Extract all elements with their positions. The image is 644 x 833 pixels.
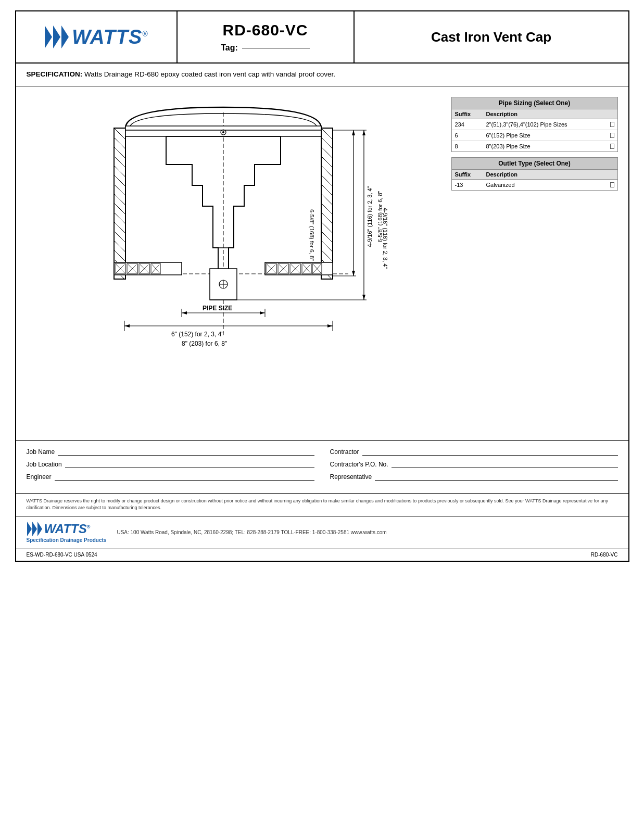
watts-logo: WATTS®	[44, 26, 148, 48]
chevron-1-icon	[45, 26, 52, 48]
disclaimer-section: WATTS Drainage reserves the right to mod…	[16, 493, 628, 516]
main-content: 4-9/16" (116) for 2, 3, 4" 6-5/8" (168) …	[16, 86, 628, 440]
suffix-13: -13	[452, 181, 483, 189]
svg-line-31	[321, 194, 333, 205]
outlet-type-header: Outlet Type (Select One)	[452, 158, 617, 170]
outlet-col-desc: Description	[483, 170, 607, 179]
checkbox-icon[interactable]	[610, 144, 614, 149]
footer: WATTS® Specification Drainage Products U…	[16, 516, 628, 548]
tag-line: Tag:	[221, 43, 310, 53]
watts-logo-mark: WATTS®	[44, 26, 148, 48]
header-title-section: Cast Iron Vent Cap	[355, 11, 628, 62]
diagram-area: 4-9/16" (116) for 2, 3, 4" 6-5/8" (168) …	[27, 97, 441, 430]
form-row-2: Job Location Contractor's P.O. No.	[27, 461, 618, 468]
form-section: Job Name Contractor Job Location Contrac…	[16, 440, 628, 493]
svg-line-17	[114, 231, 125, 243]
chevron-2-icon	[53, 26, 60, 48]
col-suffix-label: Suffix	[452, 109, 483, 119]
svg-line-9	[114, 156, 125, 168]
footer-address: USA: 100 Watts Road, Spindale, NC, 28160…	[117, 529, 617, 535]
svg-line-14	[114, 203, 125, 214]
svg-line-32	[321, 203, 333, 214]
svg-line-35	[321, 231, 333, 243]
svg-line-13	[114, 194, 125, 205]
svg-line-36	[321, 241, 333, 252]
job-location-label: Job Location	[27, 461, 62, 468]
job-name-label: Job Name	[27, 448, 55, 456]
contractor-label: Contractor	[330, 448, 359, 456]
table-row: -13 Galvanized	[452, 180, 617, 190]
desc-8: 8"(203) Pipe Size	[483, 142, 607, 150]
svg-marker-92	[362, 295, 365, 300]
table-row: 234 2"(51),3"(76),4"(102) Pipe Sizes	[452, 119, 617, 130]
spec-label: SPECIFICATION:	[27, 70, 83, 78]
svg-line-30	[321, 184, 333, 196]
suffix-6: 6	[452, 131, 483, 140]
footer-tagline: Specification Drainage Products	[27, 537, 107, 543]
svg-line-19	[114, 250, 125, 261]
footer-watts-brand: WATTS®	[44, 522, 91, 536]
po-field: Contractor's P.O. No.	[330, 461, 618, 468]
footer-chevron-3-icon	[37, 522, 42, 536]
table-row: 8 8"(203) Pipe Size	[452, 141, 617, 152]
svg-marker-95	[352, 130, 355, 135]
checkbox-icon[interactable]	[610, 122, 614, 127]
svg-marker-96	[352, 271, 355, 276]
header: WATTS® RD-680-VC Tag: Cast Iron Vent Cap	[16, 11, 628, 64]
registered-icon: ®	[142, 30, 148, 38]
logo-section: WATTS®	[16, 11, 178, 62]
pipe-sizing-header: Pipe Sizing (Select One)	[452, 97, 617, 109]
page-container: WATTS® RD-680-VC Tag: Cast Iron Vent Cap…	[15, 10, 629, 562]
footer-chevron-1-icon	[27, 522, 32, 536]
contractor-underline	[362, 448, 618, 456]
svg-point-87	[222, 131, 224, 133]
svg-text:6" (152) for 2, 3, 4": 6" (152) for 2, 3, 4"	[171, 331, 224, 338]
svg-line-16	[114, 222, 125, 233]
svg-marker-106	[124, 324, 130, 327]
job-name-field: Job Name	[27, 448, 314, 456]
chevron-3-icon	[61, 26, 69, 48]
checkbox-icon[interactable]	[610, 133, 614, 138]
svg-line-10	[114, 166, 125, 177]
engineer-underline	[55, 473, 314, 481]
svg-line-27	[321, 156, 333, 168]
form-row-1: Job Name Contractor	[27, 448, 618, 456]
footer-registered-icon: ®	[87, 524, 91, 529]
col-description-label: Description	[483, 109, 607, 119]
svg-line-18	[114, 241, 125, 252]
outlet-col-suffix: Suffix	[452, 170, 483, 179]
desc-galvanized: Galvanized	[483, 181, 607, 189]
svg-line-8	[114, 147, 125, 158]
pipe-sizing-table: Pipe Sizing (Select One) Suffix Descript…	[451, 97, 618, 152]
svg-line-34	[321, 222, 333, 233]
check-galvanized[interactable]	[607, 181, 617, 189]
part-number-left: ES-WD-RD-680-VC USA 0524	[27, 552, 97, 558]
svg-line-29	[321, 175, 333, 186]
spec-line: SPECIFICATION: Watts Drainage RD-680 epo…	[16, 64, 628, 86]
outlet-col-select	[607, 170, 617, 179]
svg-text:PIPE SIZE: PIPE SIZE	[203, 305, 232, 312]
col-select-label	[607, 109, 617, 119]
watts-brand-text: WATTS®	[72, 26, 148, 48]
desc-6: 6"(152) Pipe Size	[483, 131, 607, 140]
svg-marker-100	[182, 311, 187, 314]
check-6[interactable]	[607, 131, 617, 140]
footer-watts-mark: WATTS®	[27, 522, 91, 536]
engineer-label: Engineer	[27, 473, 52, 481]
check-8[interactable]	[607, 142, 617, 150]
contractor-field: Contractor	[330, 448, 618, 456]
technical-drawing: 4-9/16" (116) for 2, 3, 4" 6-5/8" (168) …	[27, 97, 441, 388]
representative-underline	[375, 473, 617, 481]
checkbox-icon[interactable]	[610, 182, 614, 187]
footer-chevron-2-icon	[32, 522, 37, 536]
svg-line-12	[114, 184, 125, 196]
svg-text:6-5/8" (168) for 6, 8": 6-5/8" (168) for 6, 8"	[309, 209, 315, 261]
svg-text:4-9/16" (116) for 2, 3, 4": 4-9/16" (116) for 2, 3, 4"	[367, 186, 373, 247]
svg-line-26	[321, 147, 333, 158]
tag-underline	[242, 48, 310, 48]
check-234[interactable]	[607, 120, 617, 129]
footer-logo: WATTS® Specification Drainage Products	[27, 522, 107, 543]
tag-label: Tag:	[221, 43, 238, 53]
job-location-underline	[65, 461, 314, 468]
product-title: Cast Iron Vent Cap	[431, 29, 551, 45]
